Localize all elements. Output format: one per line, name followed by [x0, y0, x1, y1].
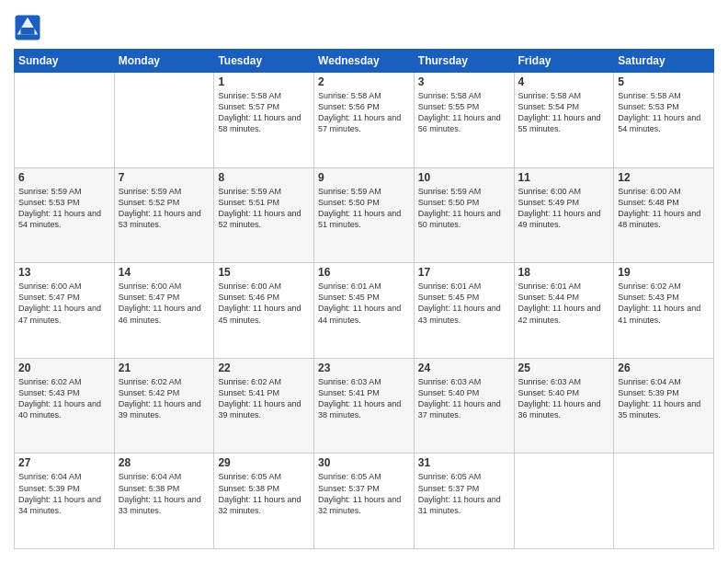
- day-number: 19: [618, 266, 710, 279]
- day-info: Sunrise: 5:59 AM Sunset: 5:52 PM Dayligh…: [119, 186, 210, 231]
- day-info: Sunrise: 6:03 AM Sunset: 5:40 PM Dayligh…: [518, 376, 610, 421]
- day-info: Sunrise: 6:01 AM Sunset: 5:45 PM Dayligh…: [418, 281, 510, 326]
- day-number: 12: [618, 171, 710, 184]
- day-info: Sunrise: 5:59 AM Sunset: 5:50 PM Dayligh…: [318, 186, 410, 231]
- day-number: 30: [318, 456, 410, 469]
- page: SundayMondayTuesdayWednesdayThursdayFrid…: [0, 0, 728, 563]
- day-info: Sunrise: 6:03 AM Sunset: 5:40 PM Dayligh…: [418, 376, 510, 421]
- svg-rect-2: [21, 28, 35, 35]
- weekday-header-sunday: Sunday: [15, 50, 115, 73]
- calendar-cell: [514, 454, 614, 549]
- day-number: 7: [119, 171, 210, 184]
- weekday-header-monday: Monday: [114, 50, 214, 73]
- calendar-cell: 16Sunrise: 6:01 AM Sunset: 5:45 PM Dayli…: [314, 263, 415, 359]
- calendar-cell: 7Sunrise: 5:59 AM Sunset: 5:52 PM Daylig…: [114, 167, 214, 263]
- calendar-cell: 30Sunrise: 6:05 AM Sunset: 5:37 PM Dayli…: [314, 454, 415, 549]
- calendar-cell: 17Sunrise: 6:01 AM Sunset: 5:45 PM Dayli…: [414, 263, 514, 359]
- day-number: 25: [518, 362, 610, 374]
- day-number: 6: [18, 171, 110, 184]
- calendar-cell: 18Sunrise: 6:01 AM Sunset: 5:44 PM Dayli…: [514, 263, 614, 359]
- day-info: Sunrise: 6:03 AM Sunset: 5:41 PM Dayligh…: [318, 376, 410, 421]
- calendar-cell: [15, 73, 115, 168]
- calendar-week-row: 27Sunrise: 6:04 AM Sunset: 5:39 PM Dayli…: [15, 454, 714, 549]
- calendar-cell: 27Sunrise: 6:04 AM Sunset: 5:39 PM Dayli…: [15, 454, 115, 549]
- weekday-header-thursday: Thursday: [414, 50, 514, 73]
- day-number: 22: [218, 362, 310, 374]
- day-number: 31: [418, 456, 510, 469]
- logo-icon: [14, 14, 41, 41]
- calendar-cell: 19Sunrise: 6:02 AM Sunset: 5:43 PM Dayli…: [614, 263, 714, 359]
- calendar-cell: 22Sunrise: 6:02 AM Sunset: 5:41 PM Dayli…: [214, 358, 314, 454]
- day-number: 2: [318, 75, 410, 88]
- calendar-cell: 28Sunrise: 6:04 AM Sunset: 5:38 PM Dayli…: [114, 454, 214, 549]
- calendar-cell: 11Sunrise: 6:00 AM Sunset: 5:49 PM Dayli…: [514, 167, 614, 263]
- day-number: 24: [418, 362, 510, 374]
- day-info: Sunrise: 6:01 AM Sunset: 5:44 PM Dayligh…: [518, 281, 610, 326]
- day-info: Sunrise: 6:00 AM Sunset: 5:47 PM Dayligh…: [18, 281, 110, 326]
- calendar-cell: 13Sunrise: 6:00 AM Sunset: 5:47 PM Dayli…: [15, 263, 115, 359]
- day-number: 4: [518, 75, 610, 88]
- day-number: 29: [218, 456, 310, 469]
- day-info: Sunrise: 6:05 AM Sunset: 5:38 PM Dayligh…: [218, 471, 310, 516]
- day-info: Sunrise: 6:00 AM Sunset: 5:46 PM Dayligh…: [218, 281, 310, 326]
- calendar-cell: 24Sunrise: 6:03 AM Sunset: 5:40 PM Dayli…: [414, 358, 514, 454]
- day-number: 16: [318, 266, 410, 279]
- day-info: Sunrise: 5:58 AM Sunset: 5:53 PM Dayligh…: [618, 90, 710, 135]
- calendar-cell: 12Sunrise: 6:00 AM Sunset: 5:48 PM Dayli…: [614, 167, 714, 263]
- calendar-cell: 8Sunrise: 5:59 AM Sunset: 5:51 PM Daylig…: [214, 167, 314, 263]
- day-number: 28: [119, 456, 210, 469]
- calendar-week-row: 6Sunrise: 5:59 AM Sunset: 5:53 PM Daylig…: [15, 167, 714, 263]
- day-info: Sunrise: 6:04 AM Sunset: 5:38 PM Dayligh…: [119, 471, 210, 516]
- day-number: 27: [18, 456, 110, 469]
- day-info: Sunrise: 6:00 AM Sunset: 5:48 PM Dayligh…: [618, 186, 710, 231]
- calendar-cell: 25Sunrise: 6:03 AM Sunset: 5:40 PM Dayli…: [514, 358, 614, 454]
- day-number: 3: [418, 75, 510, 88]
- calendar-cell: 14Sunrise: 6:00 AM Sunset: 5:47 PM Dayli…: [114, 263, 214, 359]
- day-info: Sunrise: 6:02 AM Sunset: 5:41 PM Dayligh…: [218, 376, 310, 421]
- calendar-cell: [114, 73, 214, 168]
- day-info: Sunrise: 5:58 AM Sunset: 5:56 PM Dayligh…: [318, 90, 410, 135]
- logo: [14, 14, 46, 41]
- day-number: 8: [218, 171, 310, 184]
- day-number: 1: [218, 75, 310, 88]
- calendar-table: SundayMondayTuesdayWednesdayThursdayFrid…: [14, 49, 714, 549]
- day-number: 20: [18, 362, 110, 374]
- calendar-week-row: 1Sunrise: 5:58 AM Sunset: 5:57 PM Daylig…: [15, 73, 714, 168]
- day-info: Sunrise: 5:58 AM Sunset: 5:55 PM Dayligh…: [418, 90, 510, 135]
- weekday-header-wednesday: Wednesday: [314, 50, 415, 73]
- weekday-header-tuesday: Tuesday: [214, 50, 314, 73]
- day-info: Sunrise: 5:59 AM Sunset: 5:50 PM Dayligh…: [418, 186, 510, 231]
- day-number: 21: [119, 362, 210, 374]
- day-info: Sunrise: 6:05 AM Sunset: 5:37 PM Dayligh…: [418, 471, 510, 516]
- calendar-cell: 21Sunrise: 6:02 AM Sunset: 5:42 PM Dayli…: [114, 358, 214, 454]
- day-number: 13: [18, 266, 110, 279]
- calendar-cell: 20Sunrise: 6:02 AM Sunset: 5:43 PM Dayli…: [15, 358, 115, 454]
- calendar-cell: 29Sunrise: 6:05 AM Sunset: 5:38 PM Dayli…: [214, 454, 314, 549]
- day-info: Sunrise: 5:58 AM Sunset: 5:54 PM Dayligh…: [518, 90, 610, 135]
- calendar-cell: 26Sunrise: 6:04 AM Sunset: 5:39 PM Dayli…: [614, 358, 714, 454]
- day-number: 17: [418, 266, 510, 279]
- calendar-cell: 15Sunrise: 6:00 AM Sunset: 5:46 PM Dayli…: [214, 263, 314, 359]
- day-number: 10: [418, 171, 510, 184]
- day-number: 11: [518, 171, 610, 184]
- day-number: 18: [518, 266, 610, 279]
- day-info: Sunrise: 5:58 AM Sunset: 5:57 PM Dayligh…: [218, 90, 310, 135]
- calendar-cell: 5Sunrise: 5:58 AM Sunset: 5:53 PM Daylig…: [614, 73, 714, 168]
- calendar-cell: [614, 454, 714, 549]
- calendar-cell: 23Sunrise: 6:03 AM Sunset: 5:41 PM Dayli…: [314, 358, 415, 454]
- calendar-cell: 10Sunrise: 5:59 AM Sunset: 5:50 PM Dayli…: [414, 167, 514, 263]
- day-info: Sunrise: 5:59 AM Sunset: 5:51 PM Dayligh…: [218, 186, 310, 231]
- calendar-cell: 4Sunrise: 5:58 AM Sunset: 5:54 PM Daylig…: [514, 73, 614, 168]
- day-number: 15: [218, 266, 310, 279]
- header: [14, 14, 714, 41]
- day-info: Sunrise: 6:04 AM Sunset: 5:39 PM Dayligh…: [618, 376, 710, 421]
- day-info: Sunrise: 6:00 AM Sunset: 5:49 PM Dayligh…: [518, 186, 610, 231]
- weekday-header-row: SundayMondayTuesdayWednesdayThursdayFrid…: [15, 50, 714, 73]
- calendar-cell: 3Sunrise: 5:58 AM Sunset: 5:55 PM Daylig…: [414, 73, 514, 168]
- day-info: Sunrise: 6:05 AM Sunset: 5:37 PM Dayligh…: [318, 471, 410, 516]
- day-info: Sunrise: 5:59 AM Sunset: 5:53 PM Dayligh…: [18, 186, 110, 231]
- calendar-cell: 9Sunrise: 5:59 AM Sunset: 5:50 PM Daylig…: [314, 167, 415, 263]
- day-number: 14: [119, 266, 210, 279]
- weekday-header-friday: Friday: [514, 50, 614, 73]
- calendar-week-row: 20Sunrise: 6:02 AM Sunset: 5:43 PM Dayli…: [15, 358, 714, 454]
